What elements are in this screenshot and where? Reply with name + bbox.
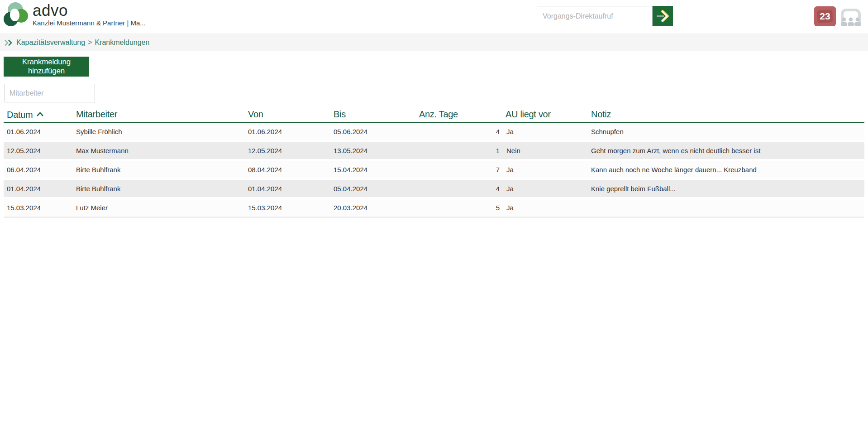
column-header-notiz[interactable]: Notiz <box>588 108 864 123</box>
column-header-bis[interactable]: Bis <box>330 108 416 123</box>
cell-au-liegt-vor: Ja <box>502 161 588 180</box>
cell-datum: 01.04.2024 <box>4 180 73 199</box>
cell-au-liegt-vor: Ja <box>502 199 588 218</box>
table-header-row: Datum Mitarbeiter Von Bis Anz. Tage AU l… <box>4 108 864 123</box>
breadcrumb-item-krankmeldungen[interactable]: Krankmeldungen <box>95 39 149 47</box>
calendar-notification-badge[interactable]: 23 <box>814 6 836 26</box>
column-header-mitarbeiter[interactable]: Mitarbeiter <box>73 108 245 123</box>
cell-bis: 15.04.2024 <box>330 161 416 180</box>
add-sick-note-button[interactable]: Krankmeldung hinzufügen <box>4 57 89 77</box>
double-chevron-icon <box>4 39 13 46</box>
table-row[interactable]: 01.04.2024 Birte Buhlfrank 01.04.2024 05… <box>4 180 864 199</box>
cell-au-liegt-vor: Ja <box>502 180 588 199</box>
meeting-people-icon[interactable] <box>839 7 863 26</box>
cell-von: 01.04.2024 <box>245 180 330 199</box>
breadcrumb: Kapazitätsverwaltung > Krankmeldungen <box>0 34 868 51</box>
cell-bis: 05.06.2024 <box>330 123 416 142</box>
cell-mitarbeiter: Birte Buhlfrank <box>73 161 245 180</box>
cell-notiz: Knie geprellt beim Fußball... <box>588 180 864 199</box>
cell-mitarbeiter: Sybille Fröhlich <box>73 123 245 142</box>
sick-notes-table: Datum Mitarbeiter Von Bis Anz. Tage AU l… <box>4 108 864 218</box>
breadcrumb-separator: > <box>88 39 92 47</box>
cell-anz-tage: 7 <box>416 161 502 180</box>
cell-bis: 13.05.2024 <box>330 142 416 161</box>
direct-access-go-button[interactable] <box>653 6 673 26</box>
column-header-au-liegt-vor[interactable]: AU liegt vor <box>502 108 588 123</box>
cell-anz-tage: 4 <box>416 180 502 199</box>
cell-von: 15.03.2024 <box>245 199 330 218</box>
sort-chevron-up-icon <box>36 109 44 119</box>
cell-notiz <box>588 199 864 218</box>
breadcrumb-item-kapazitaetsverwaltung[interactable]: Kapazitätsverwaltung <box>16 39 85 47</box>
main-content: Krankmeldung hinzufügen Datum Mitarbeite… <box>0 57 868 218</box>
cell-mitarbeiter: Lutz Meier <box>73 199 245 218</box>
table-row[interactable]: 12.05.2024 Max Mustermann 12.05.2024 13.… <box>4 142 864 161</box>
cell-datum: 15.03.2024 <box>4 199 73 218</box>
cell-von: 12.05.2024 <box>245 142 330 161</box>
advo-logo-icon <box>4 2 28 27</box>
direct-access-input[interactable] <box>537 6 653 26</box>
cell-notiz: Kann auch noch ne Woche länger dauern...… <box>588 161 864 180</box>
cell-von: 01.06.2024 <box>245 123 330 142</box>
app-header: advo Kanzlei Mustermann & Partner | Ma..… <box>0 0 868 34</box>
cell-datum: 06.04.2024 <box>4 161 73 180</box>
cell-mitarbeiter: Birte Buhlfrank <box>73 180 245 199</box>
cell-anz-tage: 5 <box>416 199 502 218</box>
cell-au-liegt-vor: Nein <box>502 142 588 161</box>
cell-au-liegt-vor: Ja <box>502 123 588 142</box>
app-title: advo <box>33 2 146 19</box>
cell-anz-tage: 1 <box>416 142 502 161</box>
badge-count: 23 <box>814 11 836 22</box>
cell-anz-tage: 4 <box>416 123 502 142</box>
app-subtitle: Kanzlei Mustermann & Partner | Ma... <box>33 19 146 27</box>
table-row[interactable]: 15.03.2024 Lutz Meier 15.03.2024 20.03.2… <box>4 199 864 218</box>
cell-notiz: Schnupfen <box>588 123 864 142</box>
cell-mitarbeiter: Max Mustermann <box>73 142 245 161</box>
cell-notiz: Geht morgen zum Arzt, wenn es nicht deut… <box>588 142 864 161</box>
cell-bis: 05.04.2024 <box>330 180 416 199</box>
table-body: 01.06.2024 Sybille Fröhlich 01.06.2024 0… <box>4 123 864 218</box>
logo-group[interactable]: advo Kanzlei Mustermann & Partner | Ma..… <box>4 2 146 27</box>
column-header-von[interactable]: Von <box>245 108 330 123</box>
cell-bis: 20.03.2024 <box>330 199 416 218</box>
column-header-datum[interactable]: Datum <box>4 108 73 123</box>
arrow-right-icon <box>653 6 673 26</box>
cell-datum: 12.05.2024 <box>4 142 73 161</box>
table-row[interactable]: 06.04.2024 Birte Buhlfrank 08.04.2024 15… <box>4 161 864 180</box>
column-header-anz-tage[interactable]: Anz. Tage <box>416 108 502 123</box>
employee-filter-input[interactable] <box>5 84 95 102</box>
table-row[interactable]: 01.06.2024 Sybille Fröhlich 01.06.2024 0… <box>4 123 864 142</box>
cell-von: 08.04.2024 <box>245 161 330 180</box>
cell-datum: 01.06.2024 <box>4 123 73 142</box>
